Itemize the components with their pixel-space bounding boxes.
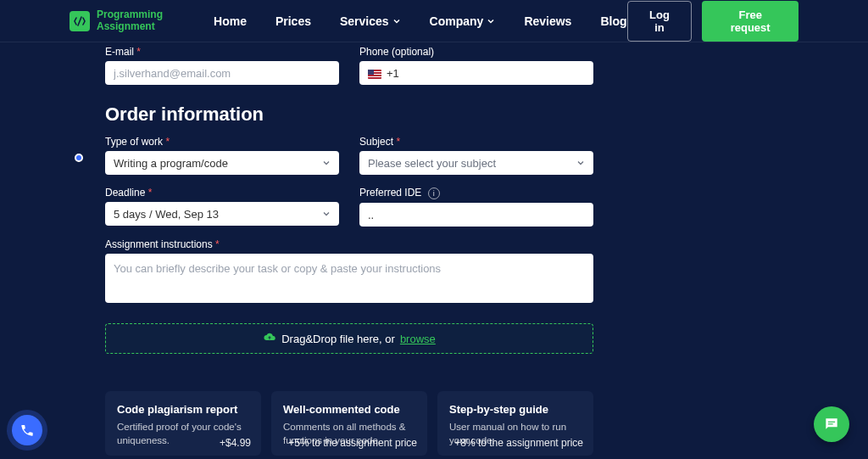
addon-card-commented[interactable]: Well-commented code Comments on all meth… [271, 391, 427, 456]
chat-button[interactable] [814, 406, 849, 442]
card-price: +8% to the assignment price [454, 437, 583, 449]
chevron-down-icon [487, 14, 495, 28]
email-input[interactable] [105, 61, 339, 85]
nav-reviews[interactable]: Reviews [524, 14, 571, 28]
type-of-work-label: Type of work * [105, 136, 339, 148]
main-nav: Home Prices Services Company Reviews Blo… [214, 14, 627, 28]
section-title-order-info: Order information [105, 104, 593, 126]
subject-select[interactable]: Please select your subject [359, 151, 593, 175]
deadline-value: 5 days / Wed, Sep 13 [114, 208, 219, 221]
nav-prices[interactable]: Prices [275, 14, 311, 28]
deadline-select[interactable]: 5 days / Wed, Sep 13 [105, 202, 339, 226]
nav-company-label: Company [430, 14, 484, 28]
chevron-down-icon [576, 157, 585, 170]
subject-label: Subject * [359, 136, 593, 148]
phone-label: Phone (optional) [359, 46, 593, 58]
phone-icon [19, 423, 35, 438]
instructions-label: Assignment instructions * [105, 238, 593, 250]
info-icon[interactable]: i [428, 188, 440, 199]
call-button[interactable] [12, 415, 42, 445]
cloud-upload-icon [263, 333, 276, 345]
chevron-down-icon [322, 157, 331, 170]
chevron-down-icon [322, 208, 331, 221]
ide-value: .. [368, 209, 374, 221]
nav-blog[interactable]: Blog [600, 14, 626, 28]
timeline-dot [75, 154, 83, 162]
addon-card-plagiarism[interactable]: Code plagiarism report Certified proof o… [105, 391, 261, 456]
site-header: ProgrammingAssignment Home Prices Servic… [0, 0, 868, 42]
login-button[interactable]: Log in [627, 1, 693, 42]
card-price: +5% to the assignment price [288, 437, 417, 449]
ide-label: Preferred IDE i [359, 187, 593, 199]
nav-services[interactable]: Services [340, 14, 401, 28]
type-of-work-value: Writing a program/code [114, 157, 228, 170]
card-title: Code plagiarism report [117, 403, 249, 416]
ide-input[interactable]: .. [359, 203, 593, 227]
svg-rect-0 [828, 422, 835, 423]
svg-rect-1 [828, 423, 833, 424]
nav-services-label: Services [340, 14, 389, 28]
dropzone-text: Drag&Drop file here, or [281, 333, 395, 345]
file-dropzone[interactable]: Drag&Drop file here, or browse [105, 323, 593, 354]
browse-link[interactable]: browse [400, 333, 436, 345]
logo-icon [70, 11, 90, 31]
phone-value: +1 [387, 67, 399, 80]
addon-cards: Code plagiarism report Certified proof o… [105, 391, 593, 456]
card-title: Well-commented code [283, 403, 415, 416]
nav-company[interactable]: Company [430, 14, 496, 28]
us-flag-icon [368, 70, 381, 79]
phone-input[interactable]: +1 [359, 61, 593, 85]
chevron-down-icon [392, 14, 401, 28]
deadline-label: Deadline * [105, 187, 339, 199]
subject-placeholder: Please select your subject [368, 157, 496, 170]
order-form: E-mail * Phone (optional) +1 Order infor… [105, 46, 593, 456]
card-title: Step-by-step guide [449, 403, 581, 416]
nav-home[interactable]: Home [214, 14, 247, 28]
card-price: +$4.99 [220, 437, 251, 449]
free-request-button[interactable]: Free request [702, 1, 798, 42]
email-label: E-mail * [105, 46, 339, 58]
logo[interactable]: ProgrammingAssignment [70, 9, 163, 31]
instructions-textarea[interactable] [105, 254, 593, 303]
type-of-work-select[interactable]: Writing a program/code [105, 151, 339, 175]
chat-icon [823, 416, 840, 433]
addon-card-guide[interactable]: Step-by-step guide User manual on how to… [437, 391, 593, 456]
logo-text: ProgrammingAssignment [97, 9, 163, 31]
